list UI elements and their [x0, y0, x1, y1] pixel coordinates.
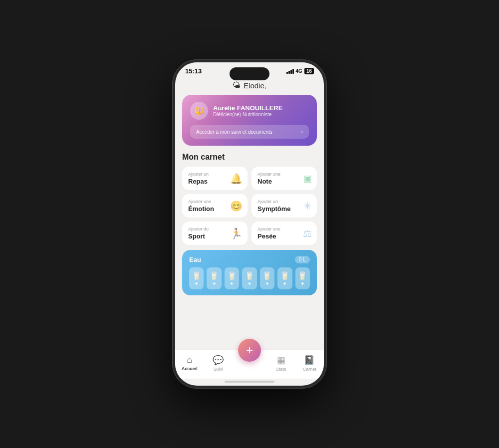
doctor-action-label: Accéder à mon suivi et documents: [196, 129, 272, 135]
stats-icon: ▦: [277, 355, 285, 366]
nav-suivi-label: Suivi: [213, 367, 223, 372]
home-indicator: [225, 381, 274, 383]
doctor-avatar: 🔱: [190, 102, 208, 120]
symptome-label: Ajouter un: [257, 199, 311, 204]
nav-carnet[interactable]: 📓 Carnet: [295, 353, 324, 372]
doctor-action-button[interactable]: Accéder à mon suivi et documents ›: [190, 125, 309, 139]
note-title: Note: [257, 178, 311, 185]
eau-header: Eau 0 L: [189, 256, 310, 263]
note-icon: ▣: [303, 173, 312, 184]
carnet-icon: 📓: [304, 355, 315, 366]
phone-frame: 15:13 4G 16 🌤 Elodie,: [172, 59, 327, 389]
doctor-action-arrow: ›: [301, 128, 303, 135]
nav-accueil[interactable]: ⌂ Accueil: [175, 353, 204, 371]
symptome-title: Symptôme: [257, 205, 311, 213]
nav-accueil-label: Accueil: [182, 366, 198, 371]
eau-glass-3[interactable]: 🥛 +: [225, 267, 239, 289]
status-icons: 4G 16: [286, 68, 314, 74]
emotion-icon: 😊: [230, 200, 243, 212]
home-icon: ⌂: [187, 355, 192, 365]
eau-glass-1[interactable]: 🥛 +: [189, 267, 204, 289]
greeting-text: Elodie,: [244, 81, 266, 90]
add-symptome-button[interactable]: Ajouter un Symptôme ✳: [251, 194, 317, 218]
nav-carnet-label: Carnet: [303, 367, 316, 372]
greeting-emoji: 🌤: [233, 81, 241, 90]
signal-icon: [286, 69, 294, 74]
dynamic-island: [230, 67, 269, 80]
fab-icon: +: [246, 343, 253, 357]
carnet-grid: Ajouter un Repas 🔔 Ajouter une Note ▣ Aj…: [182, 167, 317, 245]
doctor-card[interactable]: 🔱 Aurélie FANOUILLERE Diéticien(ne) Nutr…: [182, 95, 317, 146]
add-repas-button[interactable]: Ajouter un Repas 🔔: [182, 167, 248, 190]
add-note-button[interactable]: Ajouter une Note ▣: [251, 167, 317, 190]
phone-screen: 15:13 4G 16 🌤 Elodie,: [175, 62, 324, 386]
sport-icon: 🏃: [230, 227, 243, 239]
eau-card[interactable]: Eau 0 L 🥛 + 🥛 + 🥛 +: [182, 250, 317, 295]
bottom-nav: + ⌂ Accueil 💬 Suivi ▦ Stats 📓 Carne: [175, 349, 324, 379]
symptome-icon: ✳: [303, 200, 312, 212]
eau-glass-5[interactable]: 🥛 +: [260, 267, 274, 289]
fab-button[interactable]: +: [238, 339, 261, 362]
eau-glass-4[interactable]: 🥛 +: [242, 267, 256, 289]
nav-suivi[interactable]: 💬 Suivi: [204, 353, 232, 372]
suivi-icon: 💬: [213, 355, 224, 366]
eau-glass-2[interactable]: 🥛 +: [207, 267, 221, 289]
doctor-info: 🔱 Aurélie FANOUILLERE Diéticien(ne) Nutr…: [190, 102, 309, 120]
section-title: Mon carnet: [182, 153, 317, 162]
add-pesee-button[interactable]: Ajouter une Pesée ⚖: [251, 222, 317, 245]
note-label: Ajouter une: [257, 172, 311, 177]
doctor-role: Diéticien(ne) Nutritionniste: [213, 112, 282, 117]
add-sport-button[interactable]: Ajouter du Sport 🏃: [182, 222, 248, 245]
network-label: 4G: [296, 68, 302, 74]
eau-glasses: 🥛 + 🥛 + 🥛 + 🥛 +: [189, 267, 310, 289]
eau-glass-6[interactable]: 🥛 +: [277, 267, 292, 289]
doctor-name: Aurélie FANOUILLERE: [213, 104, 282, 112]
eau-amount: 0 L: [295, 256, 310, 263]
eau-glass-7[interactable]: 🥛 +: [295, 267, 310, 289]
doctor-text: Aurélie FANOUILLERE Diéticien(ne) Nutrit…: [213, 104, 282, 117]
battery-icon: 16: [304, 68, 314, 74]
nav-stats[interactable]: ▦ Stats: [266, 353, 295, 372]
pesee-icon: ⚖: [303, 227, 312, 239]
status-time: 15:13: [185, 67, 202, 75]
nav-stats-label: Stats: [276, 367, 286, 372]
eau-title: Eau: [189, 256, 201, 263]
add-emotion-button[interactable]: Ajouter une Émotion 😊: [182, 194, 248, 218]
main-scroll[interactable]: 🌤 Elodie, 🔱 Aurélie FANOUILLERE Diéticie…: [175, 77, 324, 349]
repas-icon: 🔔: [230, 173, 243, 185]
